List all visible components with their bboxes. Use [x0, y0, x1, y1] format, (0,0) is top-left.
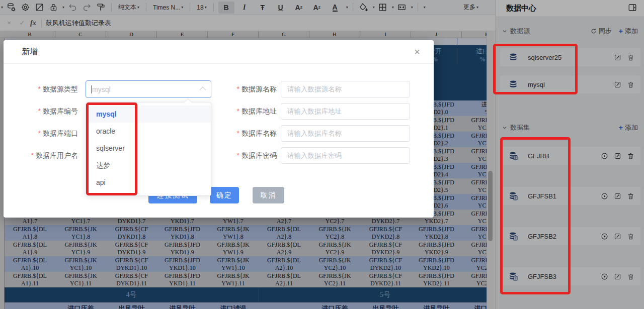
label-数据库编号: *数据库编号 — [4, 102, 78, 120]
add-datasource-modal: 新增 × *数据源类型 mysql *数据库编号*数据库端口*数据库用户名 *数… — [4, 40, 434, 218]
label-数据库端口: *数据库端口 — [4, 125, 78, 142]
datasource-type-label: *数据源类型 — [4, 80, 78, 98]
cancel-button[interactable]: 取消 — [253, 187, 284, 203]
modal-header: 新增 × — [4, 40, 434, 64]
annotation-rect-datasets — [500, 137, 571, 294]
annotation-rect-datasources — [493, 44, 578, 94]
modal-title: 新增 — [22, 47, 38, 56]
text-cursor — [91, 85, 92, 93]
label-数据源名称: *数据源名称 — [175, 80, 277, 98]
annotation-rect-dropdown — [86, 102, 137, 195]
input-数据库名称[interactable] — [281, 125, 410, 142]
close-icon[interactable]: × — [410, 40, 425, 63]
input-数据源名称[interactable] — [281, 81, 410, 97]
input-数据库地址[interactable] — [281, 103, 410, 120]
confirm-button[interactable]: 确定 — [210, 187, 239, 203]
input-数据库密码[interactable] — [281, 147, 410, 164]
label-数据库用户名: *数据库用户名 — [4, 147, 78, 164]
